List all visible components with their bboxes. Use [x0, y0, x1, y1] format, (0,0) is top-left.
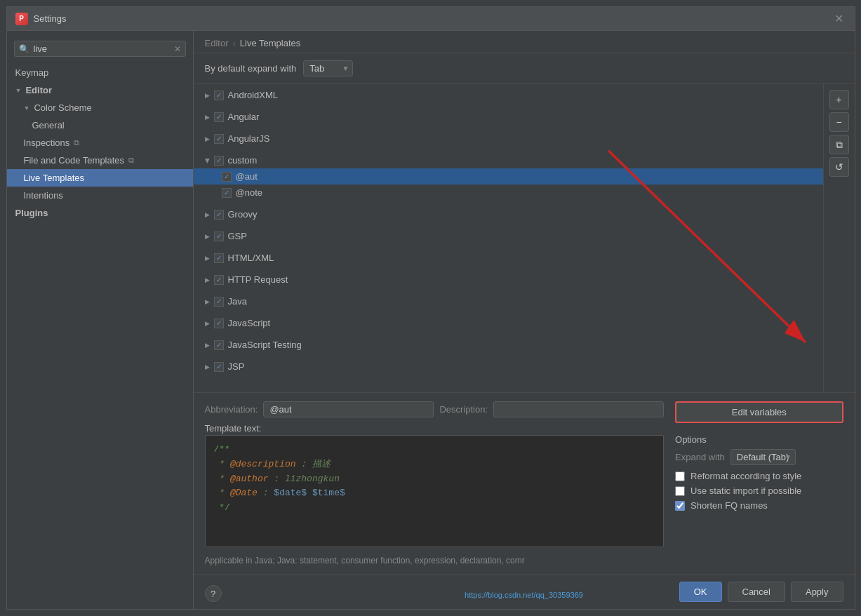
code-line-1: /** — [214, 443, 655, 457]
group-custom: ▶ custom @aut @note — [194, 149, 823, 203]
app-icon: P — [15, 13, 28, 25]
group-name-androidxml: AndroidXML — [228, 90, 279, 100]
remove-button[interactable]: − — [829, 112, 849, 132]
group-name-jsp: JSP — [228, 361, 245, 372]
copy-icon-inspections: ⧉ — [74, 138, 79, 147]
checkbox-httprequest[interactable] — [214, 275, 224, 285]
template-text-section: Template text: /** * @description : 描述 *… — [205, 423, 665, 547]
abbreviation-input[interactable] — [263, 401, 434, 417]
static-import-checkbox[interactable] — [675, 486, 685, 496]
checkbox-angular[interactable] — [214, 112, 224, 122]
group-name-javascripttesting: JavaScript Testing — [228, 340, 302, 350]
top-bar: By default expand with Tab Enter Space ▼ — [194, 53, 855, 84]
static-import-label: Use static import if possible — [690, 486, 801, 496]
search-input[interactable] — [34, 43, 170, 54]
group-header-gsp[interactable]: ▶ GSP — [194, 228, 823, 244]
code-editor[interactable]: /** * @description : 描述 * @author : lizh… — [205, 435, 665, 547]
group-header-httprequest[interactable]: ▶ HTTP Request — [194, 272, 823, 288]
sidebar-item-plugins[interactable]: Plugins — [7, 204, 193, 222]
clear-icon[interactable]: ✕ — [174, 44, 181, 54]
sidebar-item-inspections[interactable]: Inspections ⧉ — [7, 134, 193, 152]
sidebar-item-editor[interactable]: ▼ Editor — [7, 81, 193, 99]
checkbox-jsp[interactable] — [214, 362, 224, 372]
expand-with-select[interactable]: Tab Enter Space — [303, 60, 353, 76]
template-item-aut[interactable]: @aut — [194, 168, 823, 185]
group-header-htmlxml[interactable]: ▶ HTML/XML — [194, 250, 823, 266]
sidebar-item-file-templates[interactable]: File and Code Templates ⧉ — [7, 152, 193, 169]
code-line-2: * @description : 描述 — [214, 457, 655, 472]
sidebar: 🔍 ✕ Keymap ▼ Editor ▼ Color Scheme Gener… — [7, 31, 194, 609]
checkbox-groovy[interactable] — [214, 210, 224, 220]
close-button[interactable]: ✕ — [832, 12, 846, 26]
group-header-jsp[interactable]: ▶ JSP — [194, 359, 823, 375]
expand-with-options-label: Expand with — [675, 452, 725, 462]
sidebar-item-live-templates-label: Live Templates — [24, 173, 84, 183]
sidebar-item-general[interactable]: General — [7, 116, 193, 134]
sidebar-item-live-templates[interactable]: Live Templates — [7, 169, 193, 187]
cancel-button[interactable]: Cancel — [728, 582, 785, 602]
main-content: Editor › Live Templates By default expan… — [194, 31, 855, 609]
breadcrumb-current: Live Templates — [240, 38, 300, 48]
group-name-groovy: Groovy — [228, 209, 258, 220]
group-header-java[interactable]: ▶ Java — [194, 293, 823, 309]
reformat-label: Reformat according to style — [690, 471, 801, 481]
bottom-left: Abbreviation: Description: Template text… — [205, 401, 665, 565]
checkbox-androidxml[interactable] — [214, 91, 224, 100]
group-header-javascripttesting[interactable]: ▶ JavaScript Testing — [194, 337, 823, 353]
group-name-gsp: GSP — [228, 231, 247, 241]
sidebar-item-color-scheme-label: Color Scheme — [34, 102, 91, 113]
revert-button[interactable]: ↺ — [829, 157, 849, 177]
group-arrow-javascripttesting: ▶ — [205, 342, 210, 349]
help-button[interactable]: ? — [205, 585, 222, 602]
template-item-note[interactable]: @note — [194, 185, 823, 201]
checkbox-custom[interactable] — [214, 156, 224, 166]
abbreviation-row: Abbreviation: Description: — [205, 401, 665, 417]
expand-with-row: Expand with Default (Tab) Tab Enter Spac… — [675, 449, 843, 465]
expand-with-dropdown-wrapper: Tab Enter Space ▼ — [303, 60, 353, 76]
chevron-down-icon: ▼ — [15, 87, 22, 94]
group-header-angular[interactable]: ▶ Angular — [194, 109, 823, 125]
checkbox-javascript[interactable] — [214, 319, 224, 328]
group-header-groovy[interactable]: ▶ Groovy — [194, 206, 823, 222]
edit-variables-button[interactable]: Edit variables — [675, 401, 843, 423]
apply-button[interactable]: Apply — [791, 582, 843, 602]
sidebar-item-plugins-label: Plugins — [15, 208, 48, 218]
ok-button[interactable]: OK — [679, 582, 722, 602]
sidebar-item-color-scheme[interactable]: ▼ Color Scheme — [7, 99, 193, 116]
group-arrow-java: ▶ — [205, 298, 210, 305]
group-header-androidxml[interactable]: ▶ AndroidXML — [194, 87, 823, 103]
group-arrow-angular: ▶ — [205, 114, 210, 121]
templates-list: ▶ AndroidXML ▶ Angular — [194, 84, 823, 392]
expand-with-options-select[interactable]: Default (Tab) Tab Enter Space — [730, 449, 796, 465]
code-line-5: */ — [214, 501, 655, 516]
checkbox-java[interactable] — [214, 297, 224, 307]
footer-link[interactable]: https://blog.csdn.net/qq_30359369 — [465, 591, 583, 599]
checkbox-htmlxml[interactable] — [214, 253, 224, 263]
checkbox-aut[interactable] — [222, 172, 232, 182]
sidebar-item-intentions[interactable]: Intentions — [7, 187, 193, 204]
checkbox-note[interactable] — [222, 188, 232, 198]
group-header-javascript[interactable]: ▶ JavaScript — [194, 315, 823, 331]
title-bar: P Settings ✕ — [7, 7, 855, 31]
checkbox-angularjs[interactable] — [214, 134, 224, 144]
shorten-fq-checkbox[interactable] — [675, 501, 685, 511]
group-androidxml: ▶ AndroidXML — [194, 84, 823, 106]
checkbox-gsp[interactable] — [214, 232, 224, 241]
reformat-checkbox[interactable] — [675, 471, 685, 481]
checkbox-javascripttesting[interactable] — [214, 340, 224, 350]
copy-icon-file-templates: ⧉ — [128, 156, 134, 165]
add-button[interactable]: + — [829, 90, 849, 109]
group-arrow-httprequest: ▶ — [205, 276, 210, 283]
template-name-aut: @aut — [236, 171, 258, 182]
sidebar-item-keymap[interactable]: Keymap — [7, 64, 193, 81]
group-htmlxml: ▶ HTML/XML — [194, 247, 823, 269]
group-jsp: ▶ JSP — [194, 356, 823, 377]
group-header-angularjs[interactable]: ▶ AngularJS — [194, 130, 823, 147]
group-name-angular: Angular — [228, 112, 260, 122]
copy-button[interactable]: ⧉ — [829, 135, 849, 154]
options-section: Options Expand with Default (Tab) Tab En… — [675, 434, 843, 515]
dialog-footer: ? https://blog.csdn.net/qq_30359369 OK C… — [194, 574, 855, 609]
sidebar-item-keymap-label: Keymap — [15, 67, 49, 78]
group-header-custom[interactable]: ▶ custom — [194, 152, 823, 168]
description-input[interactable] — [493, 401, 664, 417]
